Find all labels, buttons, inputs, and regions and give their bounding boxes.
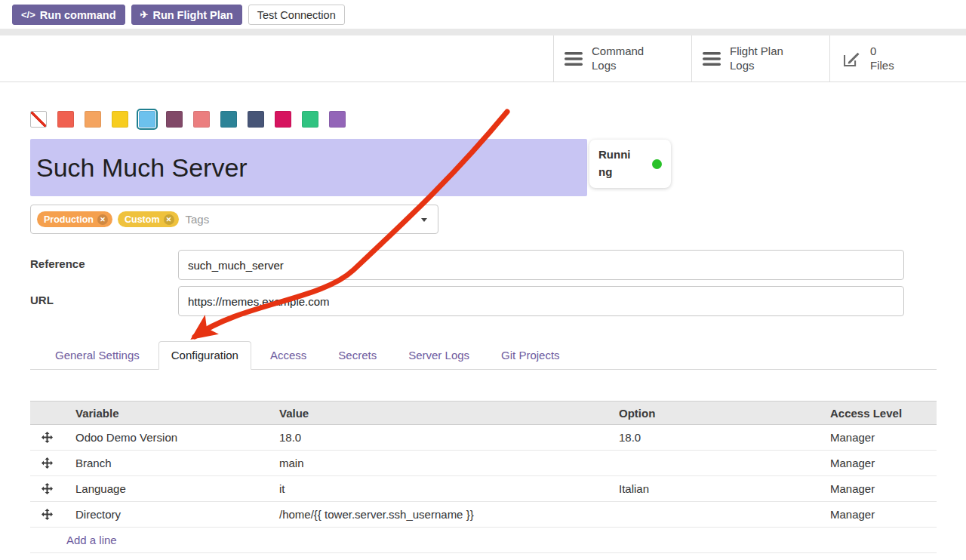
record-header: Command Logs Flight Plan Logs 0 Files xyxy=(0,35,966,82)
files-count: 0 xyxy=(870,45,876,57)
column-header-access-level: Access Level xyxy=(819,407,937,420)
reference-label: Reference xyxy=(30,257,85,270)
files-count-label: 0 Files xyxy=(870,45,894,73)
cell-option[interactable]: Italian xyxy=(608,482,819,495)
cell-variable[interactable]: Odoo Demo Version xyxy=(64,431,268,444)
stat-buttons: Command Logs Flight Plan Logs 0 Files xyxy=(553,35,966,82)
tag-remove-icon[interactable]: ✕ xyxy=(164,214,174,225)
table-row: Odoo Demo Version 18.0 18.0 Manager xyxy=(30,425,937,451)
color-swatch-yellow[interactable] xyxy=(112,111,128,128)
cell-value[interactable]: 18.0 xyxy=(268,431,608,444)
cell-access-level[interactable]: Manager xyxy=(819,431,937,444)
files-label: Files xyxy=(870,59,894,72)
test-connection-button[interactable]: Test Connection xyxy=(248,5,345,25)
config-variables-table: Variable Value Option Access Level Odoo … xyxy=(30,401,937,553)
tab-general-settings[interactable]: General Settings xyxy=(42,341,152,370)
app-window: </> Run command ✈ Run Flight Plan Test C… xyxy=(0,0,966,560)
url-input[interactable] xyxy=(178,286,904,316)
column-header-option: Option xyxy=(608,407,819,420)
code-icon: </> xyxy=(21,9,35,20)
cell-access-level[interactable]: Manager xyxy=(819,482,937,495)
column-header-variable: Variable xyxy=(64,407,268,420)
color-swatch-navy[interactable] xyxy=(248,111,264,128)
tag-production-label: Production xyxy=(44,214,94,225)
drag-handle-icon[interactable] xyxy=(30,457,64,469)
cell-value[interactable]: it xyxy=(268,482,608,495)
color-swatch-green[interactable] xyxy=(302,111,318,128)
tab-configuration[interactable]: Configuration xyxy=(158,341,251,370)
color-swatch-none[interactable] xyxy=(30,111,47,128)
flight-plan-logs-button[interactable]: Flight Plan Logs xyxy=(691,35,829,82)
tab-access[interactable]: Access xyxy=(257,341,319,370)
tab-git-projects[interactable]: Git Projects xyxy=(488,341,573,370)
tag-remove-icon[interactable]: ✕ xyxy=(97,214,108,225)
run-command-label: Run command xyxy=(40,9,116,21)
tag-custom-label: Custom xyxy=(125,214,160,225)
action-toolbar: </> Run command ✈ Run Flight Plan Test C… xyxy=(12,5,345,25)
run-flight-plan-button[interactable]: ✈ Run Flight Plan xyxy=(131,5,242,25)
tab-secrets[interactable]: Secrets xyxy=(325,341,389,370)
plane-icon: ✈ xyxy=(140,9,149,20)
cell-variable[interactable]: Branch xyxy=(64,457,268,469)
color-palette xyxy=(30,111,346,128)
cell-value[interactable]: main xyxy=(268,457,608,469)
status-dot-icon xyxy=(652,159,662,169)
drag-handle-icon[interactable] xyxy=(30,483,64,494)
run-flight-plan-label: Run Flight Plan xyxy=(152,9,232,21)
tags-input[interactable]: Production ✕ Custom ✕ Tags xyxy=(30,205,438,234)
reference-input[interactable] xyxy=(178,250,904,280)
edit-pencil-icon xyxy=(841,49,861,69)
drag-handle-icon[interactable] xyxy=(30,432,64,443)
cell-option[interactable]: 18.0 xyxy=(608,431,819,444)
cell-access-level[interactable]: Manager xyxy=(819,508,937,521)
files-button[interactable]: 0 Files xyxy=(829,35,966,82)
tag-custom[interactable]: Custom ✕ xyxy=(118,211,179,227)
list-icon xyxy=(565,51,583,66)
add-line-row: Add a line xyxy=(30,528,937,553)
table-row: Language it Italian Manager xyxy=(30,476,937,502)
chevron-down-icon[interactable] xyxy=(421,218,427,222)
command-logs-label: Command Logs xyxy=(592,45,657,73)
status-label: Running xyxy=(598,146,636,182)
server-name-input[interactable] xyxy=(30,139,587,196)
add-a-line-link[interactable]: Add a line xyxy=(66,534,117,546)
command-logs-button[interactable]: Command Logs xyxy=(553,35,691,82)
color-swatch-orange[interactable] xyxy=(85,111,101,128)
separator-strip xyxy=(0,29,966,35)
drag-handle-icon[interactable] xyxy=(30,509,64,520)
cell-access-level[interactable]: Manager xyxy=(819,457,937,469)
color-swatch-maroon[interactable] xyxy=(166,111,183,128)
color-swatch-purple[interactable] xyxy=(329,111,346,128)
cell-variable[interactable]: Language xyxy=(64,482,268,495)
list-icon xyxy=(703,51,721,66)
column-header-value: Value xyxy=(268,407,608,420)
cell-value[interactable]: /home/{{ tower.server.ssh_username }} xyxy=(268,508,608,521)
tab-server-logs[interactable]: Server Logs xyxy=(395,341,482,370)
cell-variable[interactable]: Directory xyxy=(64,508,268,521)
test-connection-label: Test Connection xyxy=(257,9,336,21)
color-swatch-teal[interactable] xyxy=(220,111,237,128)
status-widget[interactable]: Running xyxy=(589,140,671,188)
table-row: Branch main Manager xyxy=(30,451,937,476)
color-swatch-magenta[interactable] xyxy=(275,111,291,128)
tag-production[interactable]: Production ✕ xyxy=(37,211,112,227)
color-swatch-salmon[interactable] xyxy=(193,111,210,128)
notebook-tabs: General Settings Configuration Access Se… xyxy=(30,341,937,370)
color-swatch-cyan-selected[interactable] xyxy=(139,111,155,128)
table-row: Directory /home/{{ tower.server.ssh_user… xyxy=(30,502,937,528)
run-command-button[interactable]: </> Run command xyxy=(12,5,125,25)
flight-plan-logs-label: Flight Plan Logs xyxy=(730,45,795,73)
url-label: URL xyxy=(30,294,54,306)
table-header-row: Variable Value Option Access Level xyxy=(30,401,937,425)
color-swatch-red[interactable] xyxy=(57,111,74,128)
tags-placeholder: Tags xyxy=(186,213,210,226)
